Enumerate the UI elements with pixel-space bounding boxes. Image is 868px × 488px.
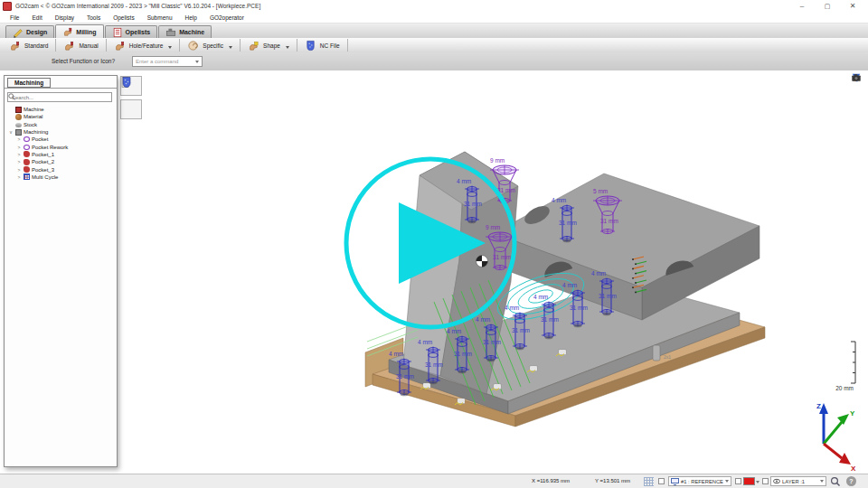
menu-item-tools[interactable]: Tools bbox=[80, 14, 107, 21]
menu-item-edit[interactable]: Edit bbox=[25, 14, 48, 21]
tree-item-stock[interactable]: Stock bbox=[6, 121, 115, 128]
hole-feature-icon bbox=[114, 40, 126, 52]
tree-item-material[interactable]: Material bbox=[6, 113, 115, 120]
menu-item-submenu[interactable]: Submenu bbox=[141, 14, 179, 21]
collapse-green-icon[interactable]: < bbox=[851, 110, 865, 122]
svg-text:31 mm: 31 mm bbox=[541, 316, 559, 323]
color-checkbox[interactable] bbox=[735, 478, 741, 484]
tree-expander[interactable]: > bbox=[16, 159, 22, 164]
reference-selector[interactable]: #1 : REFERENCE bbox=[668, 476, 731, 486]
svg-text:31 mm: 31 mm bbox=[464, 201, 482, 207]
toolbar-button-specific[interactable]: Specific bbox=[180, 39, 241, 52]
tree-item-label: Machine bbox=[24, 107, 44, 112]
tree-expander[interactable]: > bbox=[16, 167, 22, 173]
ribbon-tab-row: DesignMillingOpelistsMachine bbox=[0, 23, 868, 38]
color-swatch[interactable] bbox=[743, 477, 755, 485]
pocket-icon bbox=[24, 136, 30, 142]
tree-item-label: Material bbox=[24, 114, 42, 119]
tree-expander[interactable]: > bbox=[16, 136, 22, 142]
help-button[interactable]: ? bbox=[846, 476, 856, 486]
zoom-layer-icon[interactable] bbox=[830, 476, 841, 488]
tree-item-label: Pocket_2 bbox=[32, 159, 54, 164]
material-icon bbox=[15, 114, 22, 120]
tree-item-label: Pocket_3 bbox=[32, 167, 54, 173]
close-button[interactable]: ✕ bbox=[846, 2, 859, 10]
menu-item-go2operator[interactable]: GO2operator bbox=[203, 14, 250, 21]
tree-expander[interactable]: > bbox=[16, 174, 22, 180]
tab-label: Opelists bbox=[126, 29, 151, 35]
camera-icon[interactable] bbox=[851, 123, 865, 135]
tree-item-pocket-1[interactable]: >Pocket_1 bbox=[6, 151, 115, 158]
tree-item-pocket-rework[interactable]: >Pocket Rework bbox=[6, 143, 115, 150]
viewport-3d[interactable]: 4 mm 31 mm 4 mm 31 mm 4 mm 31 mm 4 mm 31… bbox=[0, 70, 868, 474]
svg-text:2x1: 2x1 bbox=[664, 354, 671, 360]
command-combobox[interactable]: Enter a command bbox=[132, 56, 203, 67]
camera-icon bbox=[851, 72, 862, 83]
pocket-red-icon bbox=[24, 159, 30, 165]
tree-item-pocket[interactable]: >Pocket bbox=[6, 136, 115, 143]
toolbar-button-hole-feature[interactable]: Hole/Feature bbox=[107, 39, 181, 52]
machine-icon bbox=[15, 107, 22, 113]
menu-item-opelists[interactable]: Opelists bbox=[107, 14, 140, 21]
svg-text:5 mm: 5 mm bbox=[593, 188, 608, 194]
tree-expander[interactable]: > bbox=[16, 145, 22, 150]
menu-item-display[interactable]: Display bbox=[49, 14, 80, 21]
svg-text:4 mm: 4 mm bbox=[533, 294, 548, 300]
menu-item-help[interactable]: Help bbox=[179, 14, 203, 21]
stock-icon bbox=[15, 123, 22, 127]
collapse-blue-icon[interactable]: < bbox=[851, 85, 865, 97]
svg-text:9 mm: 9 mm bbox=[490, 157, 505, 164]
tree-item-machining[interactable]: vMachining bbox=[6, 128, 115, 136]
tree-item-pocket-3[interactable]: >Pocket_3 bbox=[6, 165, 115, 173]
layer-checkbox[interactable] bbox=[762, 478, 769, 484]
panel-divider bbox=[5, 88, 117, 89]
tab-opelists[interactable]: Opelists bbox=[105, 25, 158, 38]
svg-text:31 mm: 31 mm bbox=[396, 373, 414, 380]
tab-label: Design bbox=[26, 29, 47, 35]
app-logo-icon bbox=[3, 2, 12, 11]
svg-text:31 mm: 31 mm bbox=[559, 220, 577, 226]
svg-text:31 mm: 31 mm bbox=[512, 327, 530, 333]
machining-tree: MachineMaterialStockvMachining>Pocket>Po… bbox=[6, 106, 115, 465]
toolbar-button-shape[interactable]: Shape bbox=[241, 39, 297, 52]
title-bar: GO2cam < © GO2cam International 2009 - 2… bbox=[0, 0, 868, 12]
chevron-down-icon bbox=[286, 46, 289, 49]
tree-expander[interactable]: > bbox=[16, 152, 22, 157]
svg-text:4 mm: 4 mm bbox=[389, 351, 403, 357]
search-box[interactable] bbox=[7, 92, 112, 102]
chevron-down-icon bbox=[756, 481, 760, 483]
tool-display-button[interactable] bbox=[120, 99, 142, 119]
svg-text:4 mm: 4 mm bbox=[447, 328, 461, 334]
machining-panel-tab[interactable]: Machining bbox=[7, 78, 51, 88]
toolbar-button-manual[interactable]: Manual bbox=[56, 39, 106, 52]
tree-item-pocket-2[interactable]: >Pocket_2 bbox=[6, 158, 115, 165]
tab-design[interactable]: Design bbox=[5, 25, 54, 38]
tree-item-multi-cycle[interactable]: >Multi Cycle bbox=[6, 174, 115, 181]
pick-hand-icon[interactable] bbox=[851, 98, 865, 109]
toolbar-button-nc-file[interactable]: NC File bbox=[297, 39, 348, 52]
layer-selector[interactable]: LAYER :1 bbox=[770, 476, 826, 486]
toolbar-button-standard[interactable]: Standard bbox=[2, 39, 56, 52]
minimize-button[interactable]: – bbox=[796, 2, 808, 10]
tree-expander[interactable]: v bbox=[8, 129, 14, 135]
toolbar-button-label: Manual bbox=[79, 42, 98, 49]
menu-item-file[interactable]: File bbox=[4, 14, 25, 21]
reference-checkbox[interactable] bbox=[658, 478, 665, 484]
tab-milling[interactable]: Milling bbox=[55, 24, 103, 38]
svg-text:31 mm: 31 mm bbox=[425, 361, 443, 368]
origin-marker bbox=[476, 256, 488, 267]
tree-item-machine[interactable]: Machine bbox=[6, 106, 115, 113]
search-input[interactable] bbox=[10, 94, 109, 101]
tab-machine[interactable]: Machine bbox=[158, 25, 212, 38]
svg-text:9 mm: 9 mm bbox=[486, 224, 500, 230]
toolbar-button-label: Specific bbox=[203, 42, 223, 49]
svg-text:31 mm: 31 mm bbox=[493, 254, 511, 260]
scale-bar: 20 mm bbox=[835, 342, 855, 391]
svg-text:Y: Y bbox=[850, 409, 855, 418]
maximize-button[interactable]: ▢ bbox=[821, 3, 834, 10]
svg-text:31 mm: 31 mm bbox=[599, 293, 617, 299]
tree-item-label: Stock bbox=[24, 122, 37, 127]
chevron-down-icon bbox=[725, 480, 729, 483]
svg-text:31 mm: 31 mm bbox=[600, 218, 618, 224]
grid-icon[interactable] bbox=[644, 477, 654, 486]
